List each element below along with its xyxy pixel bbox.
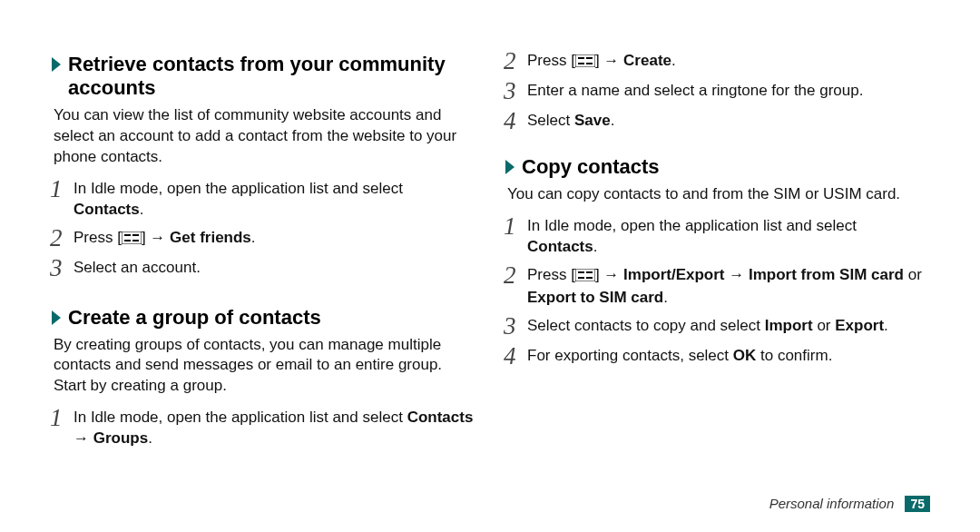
step-frag: →: [725, 266, 749, 283]
step-text: Select an account.: [74, 256, 476, 279]
step-bold: Export to SIM card: [527, 289, 663, 306]
step-row: 3 Select an account.: [50, 256, 476, 281]
step-bold: Import/Export: [623, 266, 724, 283]
step-frag: .: [251, 229, 256, 246]
step-text: In Idle mode, open the application list …: [74, 177, 476, 221]
step-text: Press [] → Create.: [527, 49, 930, 74]
step-text: In Idle mode, open the application list …: [527, 214, 930, 258]
section-head-retrieve: Retrieve contacts from your community ac…: [50, 53, 476, 100]
step-frag: In Idle mode, open the application list …: [527, 217, 857, 234]
svg-rect-17: [586, 277, 593, 279]
step-number: 1: [50, 177, 74, 202]
svg-rect-4: [124, 240, 131, 241]
step-frag: →: [74, 429, 93, 447]
step-row: 4 For exporting contacts, select OK to c…: [504, 344, 930, 369]
step-frag: .: [593, 238, 598, 255]
step-frag: ] →: [142, 229, 170, 246]
footer-text: Personal information: [769, 496, 895, 511]
step-text: Press [] → Import/Export → Import from S…: [527, 263, 930, 309]
step-text: In Idle mode, open the application list …: [74, 406, 476, 449]
step-frag: ] →: [595, 52, 623, 69]
menu-icon: [575, 53, 595, 74]
svg-rect-16: [578, 277, 584, 279]
step-row: 2 Press [] → Create.: [504, 49, 930, 74]
svg-rect-2: [124, 234, 131, 236]
svg-rect-8: [578, 57, 584, 59]
step-number: 3: [50, 256, 74, 281]
step-number: 4: [504, 344, 527, 369]
step-number: 4: [504, 109, 527, 133]
left-column: Retrieve contacts from your community ac…: [50, 45, 476, 532]
section-intro: You can view the list of community websi…: [50, 105, 476, 168]
chevron-right-icon: [504, 158, 516, 176]
step-row: 1 In Idle mode, open the application lis…: [50, 406, 476, 449]
step-number: 1: [50, 406, 74, 430]
svg-rect-5: [132, 240, 139, 241]
svg-rect-14: [578, 271, 584, 273]
step-frag: .: [671, 52, 676, 69]
section-title: Retrieve contacts from your community ac…: [68, 53, 476, 100]
svg-rect-11: [586, 63, 593, 64]
svg-rect-3: [132, 234, 139, 236]
step-row: 2 Press [] → Import/Export → Import from…: [504, 263, 930, 309]
step-bold: Groups: [93, 429, 148, 447]
section-title: Create a group of contacts: [68, 306, 476, 330]
step-number: 3: [504, 79, 527, 103]
page-number: 75: [905, 496, 930, 512]
step-bold: Export: [835, 317, 884, 334]
step-row: 3 Enter a name and select a ringtone for…: [504, 79, 930, 103]
section-intro: You can copy contacts to and from the SI…: [504, 184, 930, 205]
svg-rect-7: [575, 54, 595, 67]
menu-icon: [122, 230, 142, 251]
step-bold: Import: [765, 317, 813, 334]
step-frag: or: [813, 317, 836, 334]
step-row: 1 In Idle mode, open the application lis…: [50, 177, 476, 221]
step-frag: Press [: [527, 52, 575, 69]
step-row: 4 Select Save.: [504, 109, 930, 133]
right-column: 2 Press [] → Create. 3 Enter a name and …: [504, 45, 930, 532]
svg-marker-0: [52, 57, 61, 72]
step-frag: Press [: [74, 229, 122, 246]
step-bold: OK: [733, 347, 757, 364]
step-text: For exporting contacts, select OK to con…: [527, 344, 930, 367]
spacer: [50, 286, 476, 299]
svg-rect-13: [575, 269, 595, 281]
step-frag: For exporting contacts, select: [527, 347, 733, 364]
step-frag: Select contacts to copy and select: [527, 317, 765, 334]
step-bold: Contacts: [74, 201, 140, 218]
step-bold: Create: [623, 52, 671, 69]
step-frag: to confirm.: [756, 347, 832, 364]
step-frag: Press [: [527, 266, 575, 283]
step-frag: ] →: [595, 266, 623, 283]
svg-marker-6: [52, 310, 61, 325]
step-frag: .: [663, 289, 668, 306]
step-row: 2 Press [] → Get friends.: [50, 226, 476, 251]
step-text: Select contacts to copy and select Impor…: [527, 314, 930, 337]
svg-rect-10: [578, 63, 584, 64]
step-row: 1 In Idle mode, open the application lis…: [504, 214, 930, 258]
page-footer: Personal information 75: [769, 496, 930, 512]
step-bold: Get friends: [170, 229, 251, 246]
chevron-right-icon: [50, 309, 63, 327]
svg-rect-1: [122, 232, 142, 244]
step-bold: Contacts: [407, 409, 474, 426]
menu-icon: [575, 267, 595, 288]
step-frag: In Idle mode, open the application list …: [74, 180, 403, 197]
step-text: Press [] → Get friends.: [74, 226, 476, 251]
step-frag: In Idle mode, open the application list …: [74, 409, 407, 426]
step-bold: Import from SIM card: [749, 266, 904, 283]
svg-rect-9: [586, 57, 593, 59]
section-head-copy: Copy contacts: [504, 155, 930, 179]
step-frag: or: [904, 266, 922, 283]
step-number: 2: [504, 49, 527, 74]
step-number: 2: [504, 263, 527, 288]
step-text: Enter a name and select a ringtone for t…: [527, 79, 930, 102]
spacer: [504, 139, 930, 148]
step-number: 1: [504, 214, 527, 239]
svg-rect-15: [586, 271, 593, 273]
step-bold: Save: [574, 112, 611, 129]
section-head-create-group: Create a group of contacts: [50, 306, 476, 330]
step-bold: Contacts: [527, 238, 593, 255]
section-intro: By creating groups of contacts, you can …: [50, 335, 476, 398]
step-number: 2: [50, 226, 74, 251]
